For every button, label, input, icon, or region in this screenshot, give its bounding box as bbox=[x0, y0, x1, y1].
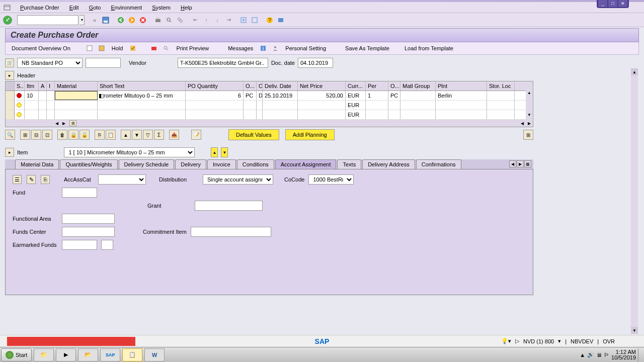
info-icon[interactable]: i bbox=[259, 44, 267, 52]
print-icon[interactable] bbox=[153, 15, 163, 25]
aa-list-icon[interactable]: ☰ bbox=[13, 175, 22, 184]
vendor-input[interactable] bbox=[178, 58, 268, 68]
col-curr[interactable]: Curr... bbox=[346, 81, 366, 90]
tray-date[interactable]: 10/5/2019 bbox=[611, 355, 636, 360]
po-number-input[interactable] bbox=[86, 58, 121, 68]
back-green-icon[interactable] bbox=[116, 15, 126, 25]
tab-delivery-schedule[interactable]: Delivery Schedule bbox=[119, 159, 175, 169]
tab-list[interactable]: ▦ bbox=[524, 160, 531, 167]
accasscat-select[interactable] bbox=[98, 174, 146, 185]
scroll-right-icon[interactable]: ▶ bbox=[60, 120, 67, 126]
col-matl[interactable]: Matl Group bbox=[400, 81, 436, 90]
find-next-icon[interactable] bbox=[175, 15, 185, 25]
tray-volume-icon[interactable]: 🔊 bbox=[587, 351, 594, 358]
messages-button[interactable]: Messages bbox=[226, 44, 255, 52]
save-icon[interactable] bbox=[101, 15, 111, 25]
task-sap[interactable]: SAP bbox=[100, 348, 120, 361]
command-dropdown[interactable]: ▾ bbox=[79, 15, 85, 25]
col-i[interactable]: I bbox=[47, 81, 55, 90]
earmarked-input[interactable] bbox=[62, 240, 97, 250]
col-status[interactable]: S.. bbox=[15, 81, 25, 90]
task-powershell[interactable]: ▶ bbox=[56, 348, 76, 361]
distribution-select[interactable]: Single account assignm.. bbox=[203, 174, 273, 185]
po-type-icon[interactable]: 🛒 bbox=[5, 58, 14, 67]
col-material[interactable]: Material bbox=[55, 81, 98, 90]
load-template-button[interactable]: Load from Template bbox=[403, 44, 455, 52]
task-explorer[interactable]: 📁 bbox=[34, 348, 54, 361]
tab-invoice[interactable]: Invoice bbox=[207, 159, 236, 169]
aa-edit-icon[interactable]: ✎ bbox=[27, 175, 36, 184]
prev-page-icon[interactable]: ↑ bbox=[201, 15, 211, 25]
menu-purchase-order[interactable]: Purchase Order bbox=[15, 4, 64, 12]
export-icon[interactable]: 📤 bbox=[169, 130, 179, 140]
tab-material-data[interactable]: Material Data bbox=[15, 159, 59, 169]
item-next-button[interactable]: ▼ bbox=[221, 147, 228, 157]
main-vscrollbar[interactable]: ▲ ▼ bbox=[631, 68, 638, 334]
notes-icon[interactable]: 📝 bbox=[191, 130, 201, 140]
scroll-left2-icon[interactable]: ◀ bbox=[519, 120, 526, 126]
help-status-icon[interactable]: 💡▾ bbox=[501, 338, 511, 344]
menu-help[interactable]: Help bbox=[176, 4, 197, 12]
item-prev-button[interactable]: ▲ bbox=[211, 147, 218, 157]
task-sapgui[interactable]: 📋 bbox=[122, 348, 142, 361]
print-preview-button[interactable]: Print Preview bbox=[174, 44, 211, 52]
last-page-icon[interactable]: ⇥ bbox=[223, 15, 233, 25]
menu-environment[interactable]: Environment bbox=[106, 4, 147, 12]
check-icon[interactable] bbox=[129, 44, 137, 52]
find-icon[interactable] bbox=[164, 15, 174, 25]
col-c[interactable]: C bbox=[257, 81, 263, 90]
tab-conditions[interactable]: Conditions bbox=[237, 159, 274, 169]
grant-input[interactable] bbox=[195, 201, 263, 211]
help-icon[interactable]: ? bbox=[265, 15, 275, 25]
menu-edit[interactable]: Edit bbox=[64, 4, 84, 12]
po-type-select[interactable]: NB Standard PO bbox=[17, 58, 83, 68]
addl-planning-button[interactable]: Addl Planning bbox=[285, 129, 335, 140]
col-deliv[interactable]: Deliv. Date bbox=[263, 81, 298, 90]
save-template-button[interactable]: Save As Template bbox=[343, 44, 391, 52]
maximize-button[interactable]: □ bbox=[608, 0, 617, 7]
layout-icon[interactable] bbox=[276, 15, 286, 25]
col-itm[interactable]: Itm bbox=[25, 81, 39, 90]
tab-account-assignment[interactable]: Account Assignment bbox=[275, 159, 337, 169]
expand-icon[interactable]: ⊞ bbox=[523, 130, 533, 140]
tray-flag-icon[interactable]: 🏳 bbox=[604, 352, 609, 358]
hold-button[interactable]: Hold bbox=[110, 44, 125, 52]
back-icon[interactable]: « bbox=[90, 15, 100, 25]
deselect-icon[interactable]: ⊟ bbox=[31, 130, 41, 140]
tab-delivery[interactable]: Delivery bbox=[175, 159, 206, 169]
item-collapse-button[interactable]: ▸ bbox=[5, 148, 14, 157]
tab-scroll-left[interactable]: ◀ bbox=[509, 160, 516, 167]
header-collapse-button[interactable]: ▸ bbox=[5, 71, 14, 80]
sum-icon[interactable]: Σ bbox=[154, 130, 164, 140]
shortcut-icon[interactable] bbox=[250, 15, 260, 25]
funcarea-input[interactable] bbox=[62, 214, 115, 224]
new-session-icon[interactable] bbox=[238, 15, 249, 25]
cocode-select[interactable]: 1000 BestRu.. bbox=[308, 174, 354, 185]
tab-texts[interactable]: Texts bbox=[337, 159, 361, 169]
tray-up-icon[interactable]: ▲ bbox=[580, 352, 585, 358]
fund-input[interactable] bbox=[62, 188, 97, 198]
tab-delivery-address[interactable]: Delivery Address bbox=[362, 159, 415, 169]
scroll-right2-icon[interactable]: ▶ bbox=[526, 120, 533, 126]
cancel-icon[interactable] bbox=[138, 15, 148, 25]
lock-icon[interactable]: 🔒 bbox=[68, 130, 78, 140]
tray-network-icon[interactable]: 🖥 bbox=[596, 352, 602, 358]
menu-system[interactable]: System bbox=[147, 4, 176, 12]
detail-icon[interactable]: 🔍 bbox=[5, 130, 15, 140]
item-select[interactable]: 1 [ 10 ] Micrometer Mitutoyo 0 – 25 mm bbox=[64, 147, 195, 157]
tab-scroll-right[interactable]: ▶ bbox=[517, 160, 524, 167]
personal-setting-button[interactable]: Personal Setting bbox=[283, 44, 328, 52]
col-plnt[interactable]: Plnt bbox=[436, 81, 487, 90]
col-price[interactable]: Net Price bbox=[298, 81, 346, 90]
default-values-button[interactable]: Default Values bbox=[228, 129, 279, 140]
tab-quantities[interactable]: Quantities/Weights bbox=[60, 159, 117, 169]
col-stor[interactable]: Stor. Loc bbox=[487, 81, 515, 90]
create-icon[interactable] bbox=[86, 44, 94, 52]
show-desktop[interactable] bbox=[638, 348, 642, 361]
col-unit[interactable]: O... bbox=[244, 81, 257, 90]
abort-icon[interactable]: ▷ bbox=[515, 338, 519, 344]
earmarked-input2[interactable] bbox=[101, 240, 113, 250]
filter-icon[interactable]: ⊡ bbox=[42, 130, 52, 140]
tray-time[interactable]: 1:12 AM bbox=[611, 349, 636, 355]
close-button[interactable]: ✕ bbox=[618, 0, 627, 7]
